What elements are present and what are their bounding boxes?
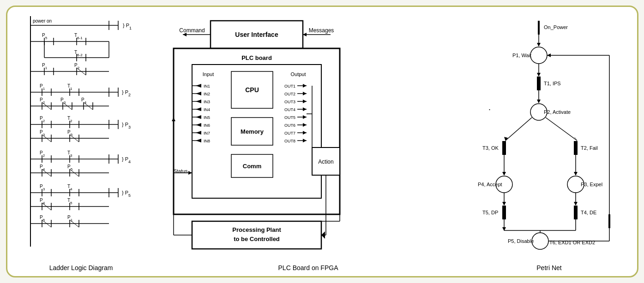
svg-text:P3, Expel: P3, Expel (581, 182, 602, 187)
svg-text:P5: P5 (67, 130, 73, 137)
svg-text:OUT2: OUT2 (284, 92, 295, 96)
svg-text:OUT5: OUT5 (284, 115, 295, 120)
svg-text:OUT6: OUT6 (284, 123, 295, 128)
svg-marker-225 (502, 172, 506, 176)
svg-text:P5: P5 (42, 33, 48, 40)
svg-text:P4: P4 (40, 164, 45, 171)
svg-point-206 (530, 47, 547, 64)
svg-rect-222 (574, 141, 578, 155)
svg-text:T5, DP: T5, DP (482, 210, 498, 215)
svg-text:IN2: IN2 (204, 92, 210, 96)
svg-text:T2, Fail: T2, Fail (581, 145, 598, 151)
svg-rect-236 (502, 206, 506, 219)
svg-text:} P4: } P4 (122, 156, 131, 164)
svg-text:IN5: IN5 (204, 115, 210, 120)
svg-text:T3, OK: T3, OK (482, 145, 499, 151)
svg-marker-209 (537, 73, 541, 77)
svg-text:IN6: IN6 (204, 123, 210, 128)
svg-marker-213 (537, 100, 541, 103)
svg-text:} P1: } P1 (123, 23, 132, 30)
plc-label: PLC Board on FPGA (278, 264, 338, 271)
svg-rect-202 (538, 21, 540, 35)
svg-line-218 (546, 118, 577, 141)
petri-section: On_Power P1, Wait T1, IPS (466, 12, 632, 271)
svg-text:Messages: Messages (308, 27, 334, 34)
svg-text:OUT4: OUT4 (284, 107, 295, 112)
svg-text:·: · (488, 105, 491, 114)
svg-text:IN4: IN4 (204, 107, 210, 112)
svg-rect-238 (574, 206, 578, 219)
outer-container: power on } P1 P5 T6-1 (6, 6, 638, 277)
svg-text:T1, IPS: T1, IPS (544, 81, 561, 86)
svg-text:IN7: IN7 (204, 131, 210, 136)
petri-label: Petri Net (536, 264, 561, 271)
svg-line-216 (506, 118, 532, 141)
svg-text:P1, Wait: P1, Wait (512, 53, 531, 58)
svg-text:T4: T4 (67, 184, 72, 191)
svg-text:Output: Output (290, 71, 306, 77)
svg-marker-227 (574, 172, 578, 176)
svg-text:P1: P1 (42, 63, 48, 70)
ladder-diagram: power on } P1 P5 T6-1 (17, 12, 146, 261)
svg-text:power on: power on (33, 18, 52, 24)
svg-text:P4: P4 (40, 198, 45, 205)
svg-text:PLC board: PLC board (241, 54, 272, 61)
svg-text:OUT8: OUT8 (284, 139, 295, 143)
svg-text:IN8: IN8 (204, 139, 210, 143)
svg-marker-205 (537, 43, 541, 47)
main-content: power on } P1 P5 T6-1 (12, 12, 632, 271)
ladder-section: power on } P1 P5 T6-1 (12, 12, 150, 271)
svg-text:T5: T5 (67, 198, 72, 205)
svg-text:} P3: } P3 (122, 122, 131, 130)
svg-text:Input: Input (202, 71, 213, 77)
svg-text:IN3: IN3 (204, 100, 210, 104)
svg-text:P2, Activate: P2, Activate (544, 109, 571, 115)
svg-text:} P2: } P2 (122, 89, 131, 97)
svg-text:OUT7: OUT7 (284, 131, 295, 136)
plc-section: User Interface Command Messages PLC boar… (155, 12, 462, 271)
svg-text:T6-1: T6-1 (74, 33, 83, 40)
svg-text:On_Power: On_Power (544, 24, 568, 30)
svg-text:P2: P2 (40, 116, 45, 123)
svg-point-246 (532, 233, 548, 249)
svg-text:P2: P2 (40, 97, 45, 105)
svg-text:P1: P1 (67, 215, 73, 222)
svg-text:OUT3: OUT3 (284, 100, 295, 104)
svg-text:CPU: CPU (245, 86, 259, 94)
svg-text:P2: P2 (40, 150, 45, 158)
svg-text:} P5: } P5 (122, 190, 131, 198)
svg-rect-189 (192, 221, 321, 249)
svg-text:P1: P1 (40, 83, 45, 91)
svg-text:OUT1: OUT1 (284, 84, 295, 88)
svg-text:P5, Disable: P5, Disable (508, 238, 534, 244)
svg-text:P4, Accept: P4, Accept (478, 182, 502, 187)
svg-marker-235 (574, 202, 578, 206)
svg-text:T3: T3 (67, 150, 72, 158)
svg-marker-252 (547, 53, 551, 57)
svg-rect-253 (608, 214, 610, 228)
svg-text:T1: T1 (67, 83, 72, 91)
svg-text:Processing Plant: Processing Plant (232, 226, 281, 233)
ladder-label: Ladder Logic Diagram (49, 264, 113, 271)
svg-text:to be Controlled: to be Controlled (234, 236, 280, 242)
svg-text:Action: Action (318, 159, 333, 165)
svg-text:P5: P5 (40, 215, 45, 222)
plc-diagram: User Interface Command Messages PLC boar… (155, 12, 462, 261)
svg-text:P3: P3 (40, 130, 45, 137)
svg-text:P2: P2 (74, 63, 80, 70)
petri-diagram: On_Power P1, Wait T1, IPS (466, 12, 632, 261)
svg-text:Memory: Memory (241, 128, 264, 135)
svg-text:T6-2: T6-2 (74, 50, 83, 57)
svg-rect-210 (537, 77, 541, 90)
svg-text:Comm: Comm (242, 163, 261, 170)
svg-marker-233 (502, 202, 506, 206)
svg-text:P4: P4 (81, 97, 87, 105)
svg-rect-220 (502, 141, 506, 155)
svg-text:User Interface: User Interface (235, 31, 278, 38)
svg-text:P3: P3 (60, 97, 66, 105)
svg-text:T6, EXD1 OR EXD2: T6, EXD1 OR EXD2 (549, 240, 595, 245)
svg-text:P3: P3 (40, 184, 45, 191)
svg-text:T2: T2 (67, 116, 72, 123)
svg-text:P5: P5 (67, 164, 73, 171)
svg-text:T4, DE: T4, DE (581, 210, 596, 215)
